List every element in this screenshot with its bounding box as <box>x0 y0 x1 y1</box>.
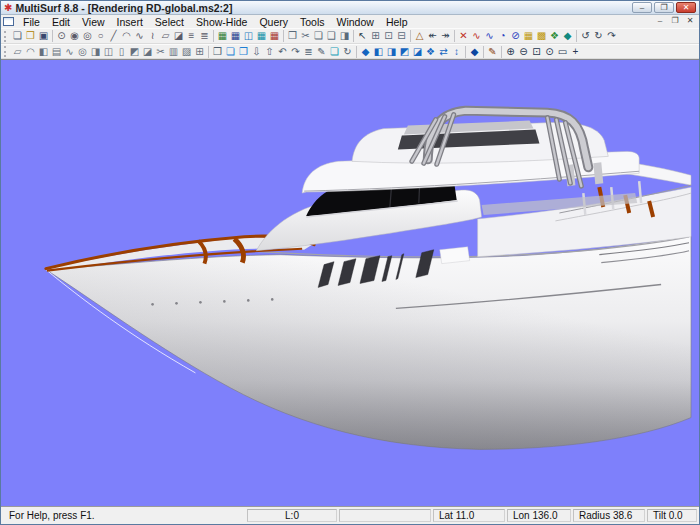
edit-definition-icon[interactable]: ✎ <box>315 45 328 59</box>
ring-tool-icon[interactable]: ○ <box>94 29 107 43</box>
zoom-out-icon[interactable]: ⊖ <box>517 45 530 59</box>
clearance-icon[interactable]: ⊘ <box>509 29 522 43</box>
prev-entity-icon[interactable]: ↞ <box>426 29 439 43</box>
zoom-window-icon[interactable]: ⊡ <box>530 45 543 59</box>
mdi-close-button[interactable]: ✕ <box>683 16 697 27</box>
curve-tool-icon[interactable]: ∿ <box>133 29 146 43</box>
label-tool-icon[interactable]: ≣ <box>198 29 211 43</box>
porcupine-icon[interactable]: ◔ <box>496 29 509 43</box>
menu-query[interactable]: Query <box>253 16 294 28</box>
zoom-all-icon[interactable]: ⊙ <box>543 45 556 59</box>
trimmed-surface-icon[interactable]: ✂ <box>154 45 167 59</box>
perspective-view-icon[interactable]: ◆ <box>468 45 481 59</box>
regenerate-icon[interactable]: ↻ <box>341 45 354 59</box>
pan-icon[interactable]: + <box>569 45 582 59</box>
menu-view[interactable]: View <box>76 16 111 28</box>
save-icon[interactable]: ▣ <box>37 29 50 43</box>
front-view-icon[interactable]: ◧ <box>372 45 385 59</box>
redo-icon[interactable]: ↷ <box>289 45 302 59</box>
paste-icon[interactable]: ❏ <box>312 29 325 43</box>
menu-show-hide[interactable]: Show-Hide <box>190 16 253 28</box>
plan-view-icon[interactable]: ▦ <box>255 29 268 43</box>
minimize-button[interactable]: – <box>632 2 652 13</box>
properties-icon[interactable]: ≣ <box>302 45 315 59</box>
home-view-icon[interactable]: ◆ <box>359 45 372 59</box>
shaded-view-icon[interactable]: ▦ <box>229 29 242 43</box>
zoom-in-icon[interactable]: ⊕ <box>504 45 517 59</box>
relabel-icon[interactable]: ❏ <box>328 45 341 59</box>
offsets-table-icon[interactable]: ▦ <box>522 29 535 43</box>
surface-tool-icon[interactable]: ▱ <box>159 29 172 43</box>
mirror-view-icon[interactable]: ↕ <box>450 45 463 59</box>
next-entity-icon[interactable]: ↠ <box>439 29 452 43</box>
arc-tool-icon[interactable]: ◠ <box>120 29 133 43</box>
zoom-box-icon[interactable]: ▭ <box>556 45 569 59</box>
rotate-right-icon[interactable]: ↻ <box>592 29 605 43</box>
undo-icon[interactable]: ↶ <box>276 45 289 59</box>
deselect-icon[interactable]: ⊟ <box>395 29 408 43</box>
point-tool-icon[interactable]: ⊙ <box>55 29 68 43</box>
copy-entity-icon[interactable]: ❐ <box>211 45 224 59</box>
measure-icon[interactable]: ◆ <box>561 29 574 43</box>
top-view-icon[interactable]: ◩ <box>398 45 411 59</box>
pointer-icon[interactable]: ↖ <box>356 29 369 43</box>
open-file-icon[interactable]: ❒ <box>24 29 37 43</box>
contours-tool-icon[interactable]: ≡ <box>185 29 198 43</box>
menu-edit[interactable]: Edit <box>46 16 76 28</box>
triangle-mesh-icon[interactable]: △ <box>413 29 426 43</box>
copy-surface-icon[interactable]: ▯ <box>115 45 128 59</box>
menu-file[interactable]: File <box>17 16 46 28</box>
swap-view-icon[interactable]: ⇄ <box>437 45 450 59</box>
select-fence-icon[interactable]: ⊞ <box>369 29 382 43</box>
blend-surface-icon[interactable]: ◧ <box>37 45 50 59</box>
bead-tool-icon[interactable]: ◉ <box>68 29 81 43</box>
cut-icon[interactable]: ✂ <box>299 29 312 43</box>
close-button[interactable]: ✕ <box>676 2 696 13</box>
export-icon[interactable]: ⇧ <box>263 45 276 59</box>
offset-surface-icon[interactable]: ◫ <box>102 45 115 59</box>
blue-curve-icon[interactable]: ∿ <box>483 29 496 43</box>
snake-tool-icon[interactable]: ≀ <box>146 29 159 43</box>
iso-view-icon[interactable]: ❖ <box>424 45 437 59</box>
render-view-icon[interactable]: ◫ <box>242 29 255 43</box>
solid-tool-icon[interactable]: ◪ <box>172 29 185 43</box>
new-file-icon[interactable]: ❏ <box>11 29 24 43</box>
joined-surface-icon[interactable]: ▨ <box>180 45 193 59</box>
orbit-icon[interactable]: ↷ <box>605 29 618 43</box>
fillet-surface-icon[interactable]: ◨ <box>89 45 102 59</box>
menu-window[interactable]: Window <box>331 16 380 28</box>
menu-select[interactable]: Select <box>149 16 190 28</box>
import-icon[interactable]: ⇩ <box>250 45 263 59</box>
mdi-restore-button[interactable]: ❐ <box>668 16 682 27</box>
data-table-icon[interactable]: ▩ <box>535 29 548 43</box>
print-icon[interactable]: ❑ <box>325 29 338 43</box>
hydrostatics-icon[interactable]: ❖ <box>548 29 561 43</box>
mdi-document-icon[interactable] <box>3 17 14 26</box>
wireframe-view-icon[interactable]: ▦ <box>216 29 229 43</box>
menu-insert[interactable]: Insert <box>111 16 149 28</box>
duplicate-entity-icon[interactable]: ❐ <box>237 45 250 59</box>
mirror-surface-icon[interactable]: ◩ <box>128 45 141 59</box>
mdi-minimize-button[interactable]: – <box>653 16 667 27</box>
rotate-left-icon[interactable]: ↺ <box>579 29 592 43</box>
paste-entity-icon[interactable]: ❏ <box>224 45 237 59</box>
bottom-view-icon[interactable]: ◪ <box>411 45 424 59</box>
ruled-surface-icon[interactable]: ▱ <box>11 45 24 59</box>
menu-help[interactable]: Help <box>380 16 414 28</box>
side-view-icon[interactable]: ◨ <box>385 45 398 59</box>
snapshot-icon[interactable]: ◨ <box>338 29 351 43</box>
red-curve-icon[interactable]: ∿ <box>470 29 483 43</box>
split-surface-icon[interactable]: ▥ <box>167 45 180 59</box>
maximize-button[interactable]: ❐ <box>654 2 674 13</box>
loft-surface-icon[interactable]: ▤ <box>50 45 63 59</box>
tube-surface-icon[interactable]: ◎ <box>76 45 89 59</box>
sketch-tool-icon[interactable]: ✎ <box>486 45 499 59</box>
mesh-surface-icon[interactable]: ⊞ <box>193 45 206 59</box>
copy-icon[interactable]: ❐ <box>286 29 299 43</box>
magnet-tool-icon[interactable]: ◎ <box>81 29 94 43</box>
delete-icon[interactable]: ✕ <box>457 29 470 43</box>
menu-tools[interactable]: Tools <box>294 16 331 28</box>
offsets-view-icon[interactable]: ▦ <box>268 29 281 43</box>
render-viewport[interactable] <box>1 59 699 507</box>
select-all-icon[interactable]: ⊡ <box>382 29 395 43</box>
